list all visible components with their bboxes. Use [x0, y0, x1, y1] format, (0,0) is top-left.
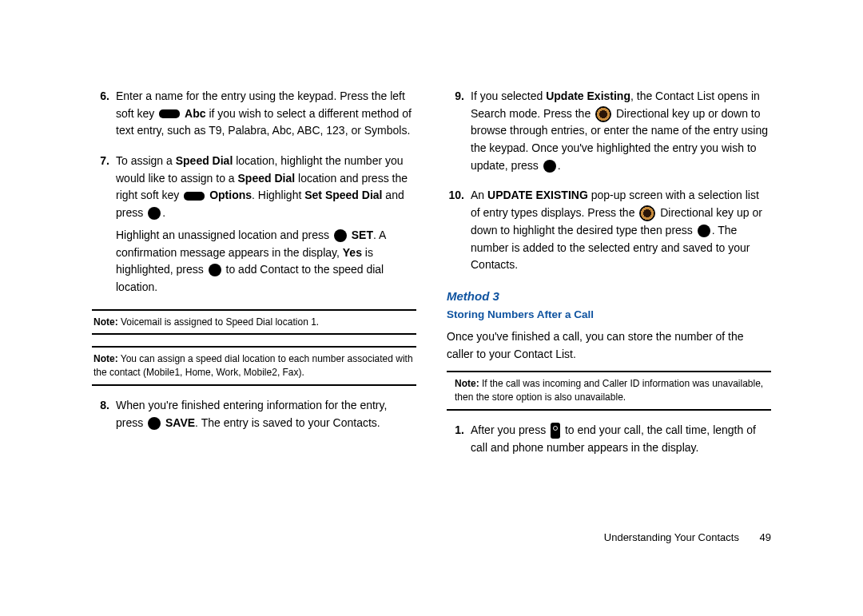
- intro-text: Once you've finished a call, you can sto…: [447, 328, 771, 363]
- step-number: 8.: [92, 397, 116, 436]
- right-column: 9. If you selected Update Existing, the …: [447, 88, 771, 469]
- directional-key-icon: [639, 205, 655, 221]
- step-8: 8. When you're finished entering informa…: [92, 397, 416, 436]
- step-body: After you press to end your call, the ca…: [471, 422, 771, 461]
- step-number: 6.: [92, 88, 116, 145]
- note-box: Note: You can assign a speed dial locati…: [92, 346, 416, 386]
- text-bold: Set Speed Dial: [304, 189, 382, 201]
- text-bold: Abc: [185, 107, 205, 120]
- center-key-icon: [209, 264, 221, 276]
- page-columns: 6. Enter a name for the entry using the …: [92, 88, 771, 469]
- note-box: Note: If the call was incoming and Calle…: [447, 371, 771, 411]
- note-box: Note: Voicemail is assigned to Speed Dia…: [92, 309, 416, 336]
- note-text: If the call was incoming and Caller ID i…: [455, 378, 763, 403]
- text-bold: SET: [352, 229, 373, 241]
- text-bold: Update Existing: [546, 89, 630, 102]
- text: After you press: [471, 423, 549, 436]
- step-9: 9. If you selected Update Existing, the …: [447, 88, 771, 179]
- text: An: [471, 189, 487, 201]
- step-7: 7. To assign a Speed Dial location, high…: [92, 153, 416, 301]
- center-key-icon: [543, 160, 556, 173]
- center-key-icon: [698, 225, 710, 237]
- softkey-icon: [159, 109, 180, 118]
- left-steps: 6. Enter a name for the entry using the …: [92, 88, 416, 301]
- step-body: An UPDATE EXISTING pop-up screen with a …: [471, 187, 771, 278]
- right-steps: 9. If you selected Update Existing, the …: [447, 88, 771, 279]
- method-heading: Method 3: [447, 287, 771, 305]
- step-body: If you selected Update Existing, the Con…: [471, 88, 771, 179]
- note-label: Note:: [93, 353, 118, 364]
- step-body: To assign a Speed Dial location, highlig…: [116, 153, 416, 301]
- text: .: [558, 159, 561, 172]
- step-body: Enter a name for the entry using the key…: [116, 88, 416, 145]
- step-6: 6. Enter a name for the entry using the …: [92, 88, 416, 145]
- step-body: When you're finished entering informatio…: [116, 397, 416, 436]
- text-bold: Speed Dial: [238, 172, 296, 185]
- step-10: 10. An UPDATE EXISTING pop-up screen wit…: [447, 187, 771, 278]
- left-steps-2: 8. When you're finished entering informa…: [92, 397, 416, 436]
- text: . The entry is saved to your Contacts.: [195, 416, 380, 429]
- step-number: 7.: [92, 153, 116, 301]
- text-bold: Options: [209, 189, 252, 201]
- softkey-icon: [184, 192, 205, 201]
- note-text: Voicemail is assigned to Speed Dial loca…: [118, 316, 319, 328]
- subheading: Storing Numbers After a Call: [447, 307, 771, 324]
- center-key-icon: [148, 417, 161, 430]
- center-key-icon: [334, 229, 347, 242]
- text-bold: Speed Dial: [176, 154, 233, 167]
- end-key-icon: [551, 423, 560, 439]
- note-label: Note:: [93, 316, 118, 328]
- text-bold: UPDATE EXISTING: [487, 189, 588, 201]
- step-number: 9.: [447, 88, 471, 179]
- center-key-icon: [148, 207, 161, 220]
- text: . Highlight: [252, 189, 304, 201]
- text: If you selected: [471, 89, 546, 102]
- directional-key-icon: [595, 106, 611, 122]
- step-number: 10.: [447, 187, 471, 278]
- text: .: [162, 206, 165, 219]
- note-text: You can assign a speed dial location to …: [93, 353, 413, 378]
- text: To assign a: [116, 154, 176, 167]
- footer-section: Understanding Your Contacts: [604, 531, 739, 543]
- page-footer: Understanding Your Contacts 49: [604, 530, 771, 546]
- footer-page-number: 49: [760, 531, 771, 543]
- text: Highlight an unassigned location and pre…: [116, 229, 332, 241]
- text-bold: Yes: [343, 246, 362, 259]
- right-steps-2: 1. After you press to end your call, the…: [447, 422, 771, 461]
- left-column: 6. Enter a name for the entry using the …: [92, 88, 416, 469]
- text-bold: SAVE: [165, 416, 195, 429]
- note-label: Note:: [455, 378, 479, 389]
- step-1: 1. After you press to end your call, the…: [447, 422, 771, 461]
- step-number: 1.: [447, 422, 471, 461]
